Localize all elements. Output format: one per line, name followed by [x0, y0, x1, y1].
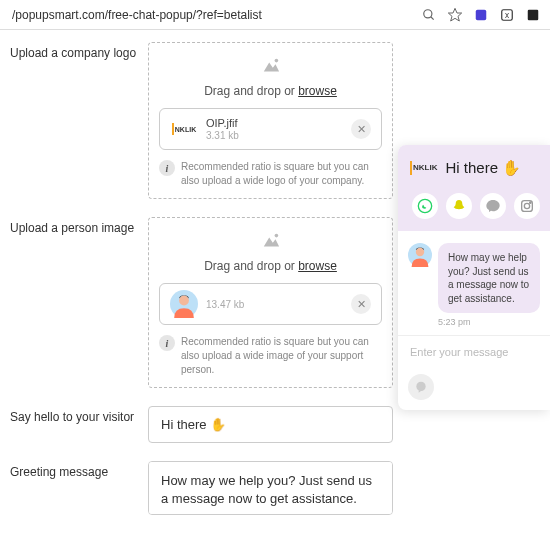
instagram-icon[interactable] [514, 193, 540, 219]
image-icon [159, 232, 382, 255]
preview-input[interactable]: Enter your message [398, 335, 550, 368]
greeting-label: Greeting message [10, 461, 138, 479]
person-hint: Recommended ratio is square but you can … [181, 335, 382, 377]
svg-line-1 [431, 16, 434, 19]
svg-text:x: x [505, 10, 509, 19]
svg-point-0 [424, 9, 432, 17]
snapchat-icon[interactable] [446, 193, 472, 219]
zoom-icon[interactable] [420, 6, 438, 24]
info-icon: i [159, 160, 175, 176]
svg-point-8 [274, 59, 278, 63]
preview-message: How may we help you? Just send us a mess… [438, 243, 540, 313]
svg-point-15 [524, 203, 529, 208]
svg-point-19 [416, 382, 425, 391]
logo-file-size: 3.31 kb [206, 130, 343, 141]
logo-file-name: OIP.jfif [206, 117, 343, 129]
svg-rect-3 [476, 9, 487, 20]
hello-label: Say hello to your visitor [10, 406, 138, 424]
messenger-icon[interactable] [480, 193, 506, 219]
drop-text: Drag and drop or browse [159, 259, 382, 273]
preview-hello: Hi there ✋ [445, 159, 521, 177]
hello-input[interactable] [148, 406, 393, 443]
svg-point-13 [418, 199, 431, 212]
preview-avatar [408, 243, 432, 271]
remove-logo-button[interactable]: ✕ [351, 119, 371, 139]
hello-row: Say hello to your visitor [10, 406, 540, 443]
image-icon [159, 57, 382, 80]
greeting-row: Greeting message [10, 461, 540, 519]
svg-marker-7 [263, 62, 278, 71]
svg-point-16 [530, 202, 531, 203]
svg-rect-6 [528, 9, 539, 20]
svg-point-10 [274, 234, 278, 238]
svg-marker-2 [448, 8, 461, 21]
logo-thumbnail: NKLIK [170, 115, 198, 143]
logo-hint: Recommended ratio is square but you can … [181, 160, 382, 188]
preview-time: 5:23 pm [438, 317, 540, 327]
whatsapp-icon[interactable] [412, 193, 438, 219]
preview-logo: NKLIK [410, 161, 437, 175]
logo-label: Upload a company logo [10, 42, 138, 60]
remove-person-button[interactable]: ✕ [351, 294, 371, 314]
favorite-icon[interactable] [446, 6, 464, 24]
logo-dropzone[interactable]: Drag and drop or browse NKLIK OIP.jfif 3… [148, 42, 393, 199]
ext-icon-1[interactable] [472, 6, 490, 24]
greeting-input[interactable] [148, 461, 393, 515]
browse-link[interactable]: browse [298, 84, 337, 98]
logo-file-pill: NKLIK OIP.jfif 3.31 kb ✕ [159, 108, 382, 150]
person-dropzone[interactable]: Drag and drop or browse 13.47 kb ✕ i Rec… [148, 217, 393, 388]
svg-point-12 [179, 296, 189, 306]
person-file-pill: 13.47 kb ✕ [159, 283, 382, 325]
person-label: Upload a person image [10, 217, 138, 235]
chat-bubble-icon[interactable] [408, 374, 434, 400]
person-thumbnail [170, 290, 198, 318]
drop-text: Drag and drop or browse [159, 84, 382, 98]
person-file-size: 13.47 kb [206, 299, 343, 310]
browser-bar: /popupsmart.com/free-chat-popup/?ref=bet… [0, 0, 550, 30]
url-text: /popupsmart.com/free-chat-popup/?ref=bet… [8, 8, 412, 22]
browse-link[interactable]: browse [298, 259, 337, 273]
ext-icon-3[interactable] [524, 6, 542, 24]
svg-point-18 [416, 248, 424, 256]
chat-preview: NKLIK Hi there ✋ How may we help you? Ju… [398, 145, 550, 410]
info-icon: i [159, 335, 175, 351]
ext-icon-2[interactable]: x [498, 6, 516, 24]
svg-marker-9 [263, 237, 278, 246]
